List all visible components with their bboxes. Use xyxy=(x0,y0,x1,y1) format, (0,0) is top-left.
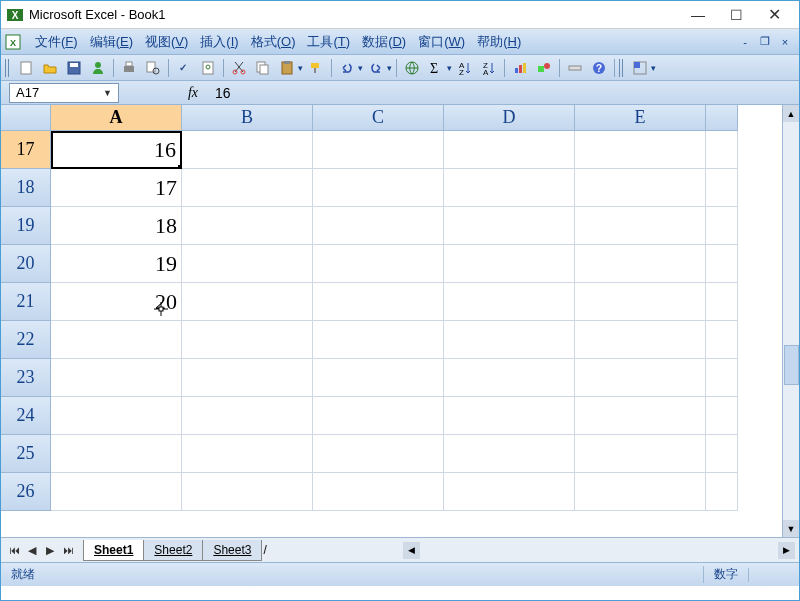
research-button[interactable] xyxy=(197,57,219,79)
print-button[interactable] xyxy=(118,57,140,79)
redo-button[interactable] xyxy=(365,57,387,79)
select-all-corner[interactable] xyxy=(1,105,51,131)
cell[interactable] xyxy=(313,473,444,511)
sheet-tab[interactable]: Sheet3 xyxy=(202,540,262,561)
row-header[interactable]: 17 xyxy=(1,131,51,169)
cell[interactable] xyxy=(444,321,575,359)
scroll-left-button[interactable]: ◀ xyxy=(403,542,420,559)
cell[interactable] xyxy=(444,245,575,283)
cell[interactable] xyxy=(706,169,738,207)
cell[interactable] xyxy=(575,359,706,397)
cell[interactable] xyxy=(706,359,738,397)
cell[interactable] xyxy=(313,245,444,283)
menu-file[interactable]: 文件(F) xyxy=(29,31,84,53)
spelling-button[interactable]: ✓ xyxy=(173,57,195,79)
cell[interactable] xyxy=(444,207,575,245)
cell[interactable] xyxy=(51,397,182,435)
maximize-button[interactable]: ☐ xyxy=(717,5,755,25)
cell[interactable] xyxy=(182,131,313,169)
cell[interactable] xyxy=(182,321,313,359)
minimize-button[interactable]: — xyxy=(679,5,717,25)
column-header[interactable]: C xyxy=(313,105,444,131)
save-button[interactable] xyxy=(63,57,85,79)
cell[interactable] xyxy=(706,435,738,473)
row-header[interactable]: 22 xyxy=(1,321,51,359)
cell[interactable]: 17 xyxy=(51,169,182,207)
cell[interactable] xyxy=(575,435,706,473)
menu-format[interactable]: 格式(O) xyxy=(245,31,302,53)
cell[interactable] xyxy=(313,321,444,359)
hscroll-track[interactable] xyxy=(420,542,778,559)
menu-help[interactable]: 帮助(H) xyxy=(471,31,527,53)
cell[interactable] xyxy=(51,473,182,511)
cell[interactable] xyxy=(575,245,706,283)
permissions-button[interactable] xyxy=(87,57,109,79)
cell[interactable] xyxy=(313,169,444,207)
open-button[interactable] xyxy=(39,57,61,79)
cell[interactable] xyxy=(313,207,444,245)
tab-first-button[interactable]: ⏮ xyxy=(5,542,23,558)
cell[interactable] xyxy=(575,169,706,207)
chart-button[interactable] xyxy=(509,57,531,79)
vertical-scrollbar[interactable]: ▲ ▼ xyxy=(782,105,799,537)
cell[interactable] xyxy=(182,169,313,207)
cell[interactable] xyxy=(51,321,182,359)
excel-doc-icon[interactable]: X xyxy=(5,33,23,51)
cell[interactable] xyxy=(444,131,575,169)
row-header[interactable]: 23 xyxy=(1,359,51,397)
cell[interactable] xyxy=(182,359,313,397)
cell[interactable] xyxy=(182,435,313,473)
toolbar-grip[interactable] xyxy=(5,59,11,77)
column-header[interactable]: E xyxy=(575,105,706,131)
tab-prev-button[interactable]: ◀ xyxy=(23,542,41,558)
cell[interactable] xyxy=(182,207,313,245)
zoom-button[interactable] xyxy=(564,57,586,79)
cell[interactable] xyxy=(575,207,706,245)
cell[interactable] xyxy=(575,283,706,321)
menu-insert[interactable]: 插入(I) xyxy=(194,31,244,53)
cell[interactable] xyxy=(444,169,575,207)
cell[interactable] xyxy=(444,359,575,397)
cell[interactable]: 16 xyxy=(51,131,182,169)
mdi-minimize-button[interactable]: - xyxy=(737,35,753,49)
formula-input[interactable]: 16 xyxy=(207,85,799,101)
cell[interactable] xyxy=(706,473,738,511)
cut-button[interactable] xyxy=(228,57,250,79)
sort-desc-button[interactable]: ZA xyxy=(478,57,500,79)
copy-button[interactable] xyxy=(252,57,274,79)
cell[interactable] xyxy=(575,473,706,511)
cell[interactable] xyxy=(444,283,575,321)
tab-last-button[interactable]: ⏭ xyxy=(59,542,77,558)
autosum-button[interactable]: Σ xyxy=(425,57,447,79)
hyperlink-button[interactable] xyxy=(401,57,423,79)
sheet-tab[interactable]: Sheet1 xyxy=(83,540,144,561)
row-header[interactable]: 19 xyxy=(1,207,51,245)
mdi-close-button[interactable]: × xyxy=(777,35,793,49)
help-button[interactable]: ? xyxy=(588,57,610,79)
sheet-tab[interactable]: Sheet2 xyxy=(143,540,203,561)
toolbar-grip-2[interactable] xyxy=(619,59,625,77)
menu-tools[interactable]: 工具(T) xyxy=(301,31,356,53)
cell[interactable] xyxy=(575,397,706,435)
print-preview-button[interactable] xyxy=(142,57,164,79)
scroll-right-button[interactable]: ▶ xyxy=(778,542,795,559)
menu-data[interactable]: 数据(D) xyxy=(356,31,412,53)
cell[interactable] xyxy=(575,321,706,359)
new-button[interactable] xyxy=(15,57,37,79)
cell[interactable] xyxy=(706,397,738,435)
close-button[interactable]: ✕ xyxy=(755,5,793,25)
column-header[interactable]: D xyxy=(444,105,575,131)
row-header[interactable]: 26 xyxy=(1,473,51,511)
drawing-button[interactable] xyxy=(533,57,555,79)
cell[interactable] xyxy=(313,435,444,473)
row-header[interactable]: 20 xyxy=(1,245,51,283)
cell[interactable] xyxy=(706,131,738,169)
row-header[interactable]: 25 xyxy=(1,435,51,473)
menu-window[interactable]: 窗口(W) xyxy=(412,31,471,53)
menu-edit[interactable]: 编辑(E) xyxy=(84,31,139,53)
cell[interactable] xyxy=(313,131,444,169)
tab-next-button[interactable]: ▶ xyxy=(41,542,59,558)
scroll-up-button[interactable]: ▲ xyxy=(783,105,799,122)
scroll-thumb[interactable] xyxy=(784,345,799,385)
sort-asc-button[interactable]: AZ xyxy=(454,57,476,79)
